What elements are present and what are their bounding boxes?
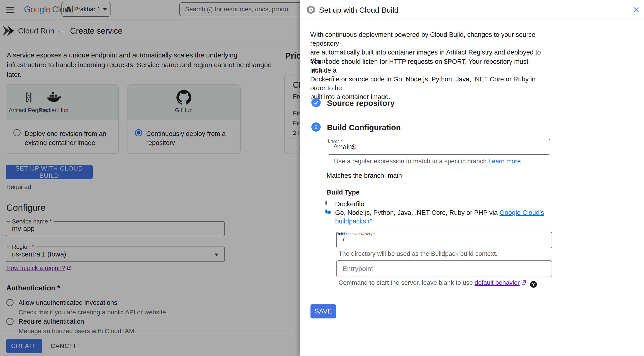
build-type-dockerfile-option[interactable]: Dockerfile [326,201,327,205]
learn-more-link[interactable]: Learn more [488,158,520,165]
panel-intro-2: Your code should listen for HTTP request… [310,57,546,101]
buildpacks-label: Go, Node.js, Python, Java, .NET Core, Ru… [335,209,500,216]
panel-header: Set up with Cloud Build ✕ [300,0,644,20]
save-button[interactable]: SAVE [310,304,336,318]
step1-check-icon [312,98,321,107]
panel-title: Set up with Cloud Build [319,6,398,15]
external-link-icon [368,218,373,225]
buildpacks-link[interactable]: Google Cloud's [500,209,544,216]
dockerfile-label: Dockerfile [335,200,364,208]
default-behavior-link[interactable]: default behavior [474,279,520,286]
entrypoint-input[interactable] [342,261,546,277]
build-type-label: Build Type [326,189,360,196]
build-type-buildpacks-option[interactable]: Go, Node.js, Python, Java, .NET Core, Ru… [326,209,327,213]
dockerfile-radio[interactable] [326,200,327,205]
help-icon[interactable]: ? [530,281,537,288]
step2-title[interactable]: Build Configuration [327,123,401,132]
step-connector [316,111,316,120]
build-context-input[interactable] [342,232,546,248]
close-icon[interactable]: ✕ [630,4,642,16]
branch-match-text: Matches the branch: main [326,172,402,179]
cloud-build-panel: Set up with Cloud Build ✕ With continuou… [300,0,644,356]
build-context-helper: The directory will be used as the Buildp… [338,250,498,257]
external-link-icon [521,279,526,287]
buildpacks-link[interactable]: buildpacks [335,218,366,225]
branch-helper: Use a regular expression to match to a s… [334,158,520,165]
buildpacks-radio[interactable] [326,209,327,214]
build-context-field[interactable]: Build context directory * [336,232,552,248]
step2-number: 2 [312,122,321,132]
entrypoint-field[interactable] [336,260,552,277]
step1-title[interactable]: Source repository [327,99,395,108]
branch-input[interactable] [334,139,544,154]
branch-field[interactable]: Branch * [328,139,550,155]
modal-scrim[interactable] [0,0,300,356]
entrypoint-helper: Command to start the server, leave blank… [338,279,537,288]
cloud-build-icon [306,5,316,15]
